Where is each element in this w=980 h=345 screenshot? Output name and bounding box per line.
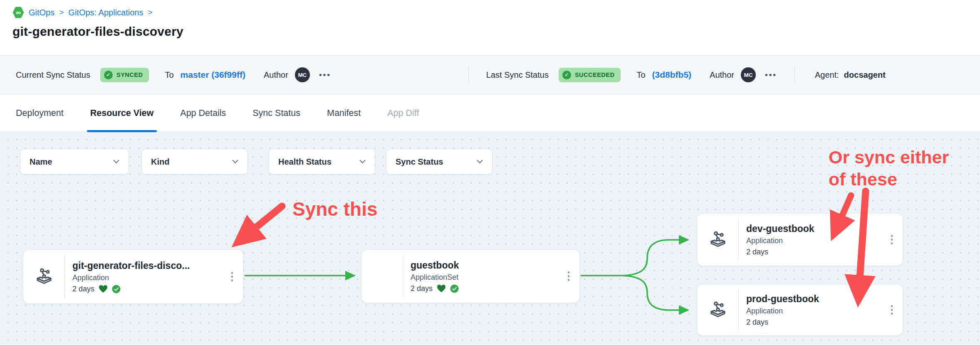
node-kind: ApplicationSet [411, 273, 559, 282]
tab-app-details[interactable]: App Details [180, 94, 226, 132]
breadcrumb-separator: > [59, 8, 64, 17]
health-heart-icon [99, 285, 108, 293]
node-menu-button[interactable] [559, 271, 578, 281]
tab-manifest[interactable]: Manifest [327, 94, 361, 132]
filter-sync-status-dropdown[interactable]: Sync Status [386, 149, 492, 175]
tab-bar: Deployment Resource View App Details Syn… [0, 94, 980, 132]
node-kind: Application [746, 307, 883, 315]
node-dev-guestbook[interactable]: dev-guestbook Application 2 days [697, 213, 903, 266]
succeeded-status-badge: ✓ SUCCEEDED [559, 68, 621, 82]
divider [468, 66, 469, 84]
last-commit-link[interactable]: (3d8bfb5) [652, 70, 692, 80]
author-avatar: MC [295, 67, 310, 82]
current-commit-link[interactable]: master (36f99ff) [181, 70, 245, 80]
tab-deployment[interactable]: Deployment [16, 94, 64, 132]
node-menu-button[interactable] [883, 235, 901, 244]
tab-sync-status[interactable]: Sync Status [252, 94, 300, 132]
author-label: Author [264, 70, 288, 80]
filter-label: Health Status [278, 157, 332, 167]
agent-info: Agent: docsagent [815, 70, 886, 80]
node-guestbook-applicationset[interactable]: guestbook ApplicationSet 2 days [361, 249, 580, 303]
application-resource-icon [23, 250, 64, 303]
chevron-down-icon [359, 160, 366, 164]
node-body: git-generator-files-disco... Application… [65, 260, 223, 293]
sync-this-arrow [239, 206, 282, 241]
breadcrumb-applications-link[interactable]: GitOps: Applications [68, 8, 143, 17]
tab-app-diff[interactable]: App Diff [387, 94, 419, 132]
agent-value: docsagent [844, 70, 886, 80]
sync-status-bar: Current Sync Status ✓ SYNCED To master (… [0, 55, 980, 94]
annotation-or-sync-either: Or sync either of these [829, 146, 949, 190]
divider [794, 66, 795, 84]
author-avatar: MC [741, 67, 756, 82]
node-title: git-generator-files-disco... [72, 260, 223, 271]
current-sync-status-label: Current Sync Status [16, 70, 90, 80]
node-age: 2 days [411, 284, 433, 293]
node-prod-guestbook[interactable]: prod-guestbook Application 2 days [697, 284, 903, 336]
node-title: dev-guestbook [746, 223, 883, 234]
chevron-down-icon [113, 160, 119, 164]
filter-label: Sync Status [396, 157, 443, 167]
filter-label: Name [30, 157, 52, 167]
node-icon-placeholder [361, 250, 403, 303]
node-title: prod-guestbook [746, 293, 883, 305]
tab-resource-view[interactable]: Resource View [90, 94, 154, 132]
annotation-sync-this: Sync this [292, 198, 378, 220]
chevron-down-icon [477, 160, 483, 164]
application-resource-icon [697, 214, 738, 266]
author-label: Author [710, 70, 734, 80]
sync-check-icon [112, 285, 121, 293]
succeeded-badge-label: SUCCEEDED [575, 71, 615, 78]
node-age: 2 days [746, 318, 768, 327]
filter-health-status-dropdown[interactable]: Health Status [269, 149, 375, 175]
node-age: 2 days [746, 248, 768, 256]
node-menu-button[interactable] [223, 272, 241, 281]
check-circle-icon: ✓ [104, 71, 113, 79]
page-header: ∞ GitOps > GitOps: Applications > git-ge… [0, 0, 980, 55]
check-circle-icon: ✓ [562, 71, 571, 79]
node-body: prod-guestbook Application 2 days [739, 293, 883, 327]
more-options-button[interactable]: ••• [319, 70, 331, 79]
synced-badge-label: SYNCED [116, 71, 143, 78]
filter-kind-dropdown[interactable]: Kind [141, 149, 248, 175]
page-title: git-generator-files-discovery [12, 25, 980, 39]
filter-name-dropdown[interactable]: Name [20, 149, 129, 175]
agent-label: Agent: [815, 70, 839, 80]
annotation-line: Or sync either [829, 146, 949, 168]
annotation-line: of these [829, 168, 949, 190]
gitops-logo-icon: ∞ [12, 7, 24, 18]
breadcrumb-separator: > [148, 8, 152, 17]
node-age: 2 days [72, 285, 94, 293]
node-title: guestbook [411, 260, 559, 271]
chevron-down-icon [232, 160, 238, 164]
node-menu-button[interactable] [883, 305, 901, 315]
more-options-button[interactable]: ••• [765, 70, 777, 79]
node-body: dev-guestbook Application 2 days [739, 223, 883, 256]
synced-status-badge: ✓ SYNCED [100, 68, 149, 82]
node-git-generator-files-discovery[interactable]: git-generator-files-disco... Application… [23, 249, 243, 304]
node-kind: Application [746, 237, 883, 245]
node-kind: Application [72, 274, 223, 282]
breadcrumb: ∞ GitOps > GitOps: Applications > [12, 7, 980, 18]
to-label: To [636, 70, 645, 80]
sync-check-icon [450, 284, 459, 293]
node-body: guestbook ApplicationSet 2 days [403, 260, 559, 293]
health-heart-icon [437, 284, 446, 293]
application-resource-icon [697, 284, 738, 335]
to-label: To [165, 70, 173, 80]
breadcrumb-gitops-link[interactable]: GitOps [29, 8, 54, 17]
filter-label: Kind [151, 157, 169, 167]
last-sync-status-label: Last Sync Status [486, 70, 549, 80]
resource-graph-canvas[interactable]: Name Kind Health Status Sync Status [0, 132, 980, 345]
